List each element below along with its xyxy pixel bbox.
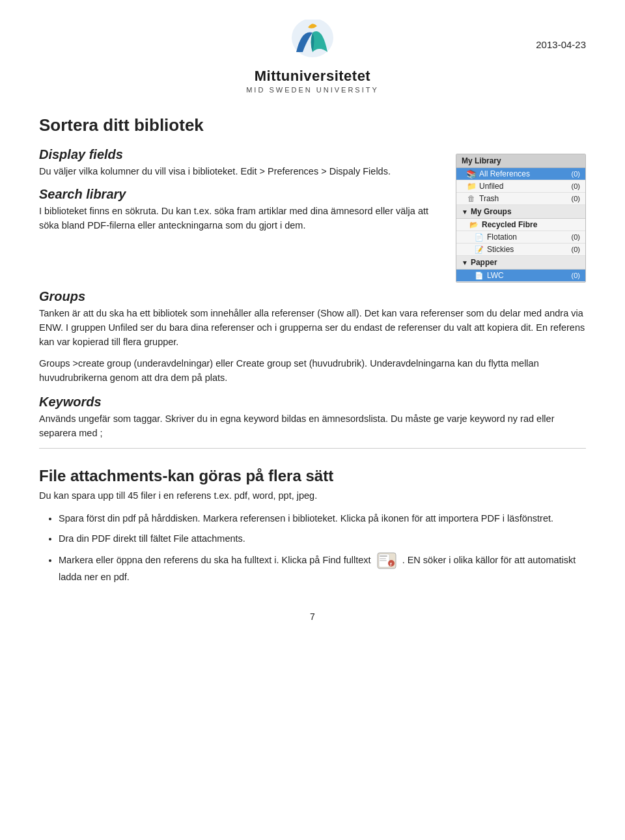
trash-count: (0) xyxy=(572,195,580,203)
sidebar-panel-container: My Library 📚 All References (0) 📁 Unfile… xyxy=(456,154,586,283)
section-divider xyxy=(39,448,586,449)
university-subtitle: MID SWEDEN UNIVERSITY xyxy=(246,86,379,94)
lwc-count: (0) xyxy=(572,272,580,279)
sidebar-all-references[interactable]: 📚 All References (0) xyxy=(456,168,585,180)
lwc-icon: 📄 xyxy=(475,271,484,280)
groups-text1: Tanken är att du ska ha ett bibliotek so… xyxy=(39,307,586,349)
list-item: Dra din PDF direkt till fältet File atta… xyxy=(59,531,586,546)
sidebar-unfiled[interactable]: 📁 Unfiled (0) xyxy=(456,180,585,193)
university-logo xyxy=(283,20,342,65)
stickies-count: (0) xyxy=(572,245,580,253)
page-header: Mittuniversitetet MID SWEDEN UNIVERSITY … xyxy=(39,20,586,97)
all-references-icon: 📚 xyxy=(467,169,476,178)
lwc-label: LWC xyxy=(487,271,504,280)
display-fields-heading: Display fields xyxy=(39,147,436,162)
papper-expand-icon: ▼ xyxy=(462,259,468,266)
logo-container: Mittuniversitetet MID SWEDEN UNIVERSITY xyxy=(246,20,379,94)
keywords-text: Används ungefär som taggar. Skriver du i… xyxy=(39,412,586,441)
list-item-fulltext: Markera eller öppna den referens du ska … xyxy=(59,552,586,585)
all-references-count: (0) xyxy=(572,170,580,178)
keywords-section: Keywords Används ungefär som taggar. Skr… xyxy=(39,395,586,441)
unfiled-icon: 📁 xyxy=(467,182,476,191)
content-wrapper: Display fields Du väljer vilka kolumner … xyxy=(39,147,586,283)
list-item: Spara först din pdf på hårddisken. Marke… xyxy=(59,511,586,526)
flotation-count: (0) xyxy=(572,233,580,241)
sidebar-my-library: My Library xyxy=(456,154,585,168)
endnote-sidebar: My Library 📚 All References (0) 📁 Unfile… xyxy=(456,154,586,283)
trash-icon: 🗑 xyxy=(467,194,476,203)
left-content: Display fields Du väljer vilka kolumner … xyxy=(39,147,436,283)
sidebar-stickies[interactable]: 📝 Stickies (0) xyxy=(456,244,585,256)
main-title: Sortera ditt bibliotek xyxy=(39,115,586,135)
my-groups-header: ▼ My Groups xyxy=(456,205,585,219)
recycled-fibre-icon: 📂 xyxy=(469,220,479,229)
trash-label: Trash xyxy=(479,194,499,203)
svg-rect-3 xyxy=(380,555,387,557)
keywords-heading: Keywords xyxy=(39,395,586,410)
recycled-fibre-label: Recycled Fibre xyxy=(482,220,537,229)
sidebar-recycled-fibre[interactable]: 📂 Recycled Fibre xyxy=(456,219,585,231)
groups-text2: Groups >create group (underavdelningar) … xyxy=(39,357,586,385)
search-library-text: I biblioteket finns en sökruta. Du kan t… xyxy=(39,204,436,233)
display-fields-text: Du väljer vilka kolumner du vill visa i … xyxy=(39,165,436,179)
papper-label: Papper xyxy=(471,258,497,267)
unfiled-label: Unfiled xyxy=(479,182,503,191)
sidebar-trash[interactable]: 🗑 Trash (0) xyxy=(456,193,585,205)
file-attachments-subtitle: Du kan spara upp till 45 filer i en refe… xyxy=(39,489,586,503)
flotation-icon: 📄 xyxy=(475,232,484,242)
flotation-label: Flotation xyxy=(487,232,517,242)
search-library-heading: Search library xyxy=(39,187,436,202)
groups-section: Groups Tanken är att du ska ha ett bibli… xyxy=(39,289,586,385)
find-fulltext-icon: f xyxy=(376,552,397,570)
all-references-label: All References xyxy=(479,169,530,178)
stickies-icon: 📝 xyxy=(475,245,484,254)
stickies-label: Stickies xyxy=(487,245,514,254)
page-number: 7 xyxy=(39,611,586,622)
file-attachments-title: File attachments-kan göras på flera sätt xyxy=(39,467,586,485)
my-groups-expand-icon: ▼ xyxy=(462,208,468,216)
papper-header: ▼ Papper xyxy=(456,256,585,270)
fulltext-text-before: Markera eller öppna den referens du ska … xyxy=(59,555,371,565)
svg-text:f: f xyxy=(390,561,392,567)
file-attachments-list: Spara först din pdf på hårddisken. Marke… xyxy=(59,511,586,585)
document-date: 2013-04-23 xyxy=(536,39,586,50)
sidebar-lwc[interactable]: 📄 LWC (0) xyxy=(456,270,585,282)
svg-rect-4 xyxy=(380,558,386,559)
svg-rect-5 xyxy=(380,560,387,561)
my-groups-label: My Groups xyxy=(471,207,512,216)
unfiled-count: (0) xyxy=(572,182,580,190)
groups-heading: Groups xyxy=(39,289,586,304)
sidebar-flotation[interactable]: 📄 Flotation (0) xyxy=(456,231,585,244)
university-name: Mittuniversitetet xyxy=(255,68,370,85)
